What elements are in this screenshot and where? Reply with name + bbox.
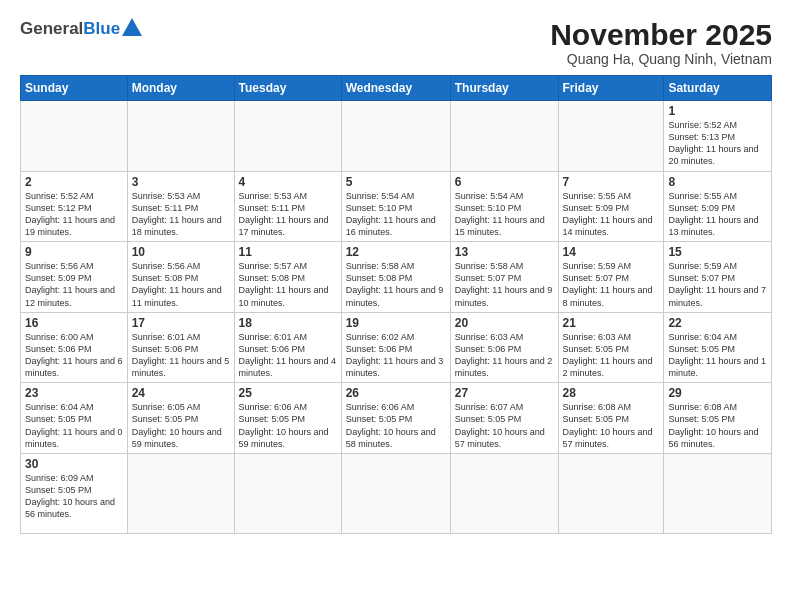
day-info: Sunrise: 5:56 AMSunset: 5:08 PMDaylight:… [132, 260, 230, 309]
table-row [341, 101, 450, 172]
table-row: 15Sunrise: 5:59 AMSunset: 5:07 PMDayligh… [664, 242, 772, 313]
day-number: 14 [563, 245, 660, 259]
day-info: Sunrise: 6:05 AMSunset: 5:05 PMDaylight:… [132, 401, 230, 450]
day-info: Sunrise: 5:52 AMSunset: 5:13 PMDaylight:… [668, 119, 767, 168]
day-number: 3 [132, 175, 230, 189]
table-row [234, 453, 341, 533]
day-number: 9 [25, 245, 123, 259]
day-info: Sunrise: 5:52 AMSunset: 5:12 PMDaylight:… [25, 190, 123, 239]
day-number: 8 [668, 175, 767, 189]
day-number: 24 [132, 386, 230, 400]
table-row: 8Sunrise: 5:55 AMSunset: 5:09 PMDaylight… [664, 171, 772, 242]
logo-general-text: General [20, 19, 83, 39]
day-number: 21 [563, 316, 660, 330]
table-row: 29Sunrise: 6:08 AMSunset: 5:05 PMDayligh… [664, 383, 772, 454]
day-number: 23 [25, 386, 123, 400]
logo-blue-text: Blue [83, 18, 142, 39]
table-row [234, 101, 341, 172]
table-row: 4Sunrise: 5:53 AMSunset: 5:11 PMDaylight… [234, 171, 341, 242]
day-number: 20 [455, 316, 554, 330]
title-block: November 2025 Quang Ha, Quang Ninh, Viet… [550, 18, 772, 67]
day-info: Sunrise: 6:07 AMSunset: 5:05 PMDaylight:… [455, 401, 554, 450]
table-row: 10Sunrise: 5:56 AMSunset: 5:08 PMDayligh… [127, 242, 234, 313]
day-number: 18 [239, 316, 337, 330]
location: Quang Ha, Quang Ninh, Vietnam [550, 51, 772, 67]
weekday-header-row: Sunday Monday Tuesday Wednesday Thursday… [21, 76, 772, 101]
day-info: Sunrise: 5:54 AMSunset: 5:10 PMDaylight:… [346, 190, 446, 239]
table-row: 23Sunrise: 6:04 AMSunset: 5:05 PMDayligh… [21, 383, 128, 454]
day-number: 12 [346, 245, 446, 259]
day-info: Sunrise: 5:57 AMSunset: 5:08 PMDaylight:… [239, 260, 337, 309]
day-info: Sunrise: 5:59 AMSunset: 5:07 PMDaylight:… [563, 260, 660, 309]
day-info: Sunrise: 6:08 AMSunset: 5:05 PMDaylight:… [668, 401, 767, 450]
table-row: 18Sunrise: 6:01 AMSunset: 5:06 PMDayligh… [234, 312, 341, 383]
day-info: Sunrise: 6:06 AMSunset: 5:05 PMDaylight:… [239, 401, 337, 450]
header-thursday: Thursday [450, 76, 558, 101]
day-number: 15 [668, 245, 767, 259]
table-row: 5Sunrise: 5:54 AMSunset: 5:10 PMDaylight… [341, 171, 450, 242]
table-row: 7Sunrise: 5:55 AMSunset: 5:09 PMDaylight… [558, 171, 664, 242]
table-row: 14Sunrise: 5:59 AMSunset: 5:07 PMDayligh… [558, 242, 664, 313]
table-row: 19Sunrise: 6:02 AMSunset: 5:06 PMDayligh… [341, 312, 450, 383]
table-row: 13Sunrise: 5:58 AMSunset: 5:07 PMDayligh… [450, 242, 558, 313]
day-number: 25 [239, 386, 337, 400]
day-number: 27 [455, 386, 554, 400]
table-row: 11Sunrise: 5:57 AMSunset: 5:08 PMDayligh… [234, 242, 341, 313]
logo-triangle-icon [122, 18, 142, 36]
day-number: 10 [132, 245, 230, 259]
day-number: 4 [239, 175, 337, 189]
table-row [558, 453, 664, 533]
day-number: 6 [455, 175, 554, 189]
logo-icon: General Blue [20, 18, 142, 39]
table-row: 28Sunrise: 6:08 AMSunset: 5:05 PMDayligh… [558, 383, 664, 454]
day-info: Sunrise: 5:58 AMSunset: 5:08 PMDaylight:… [346, 260, 446, 309]
table-row [558, 101, 664, 172]
day-info: Sunrise: 5:56 AMSunset: 5:09 PMDaylight:… [25, 260, 123, 309]
day-number: 11 [239, 245, 337, 259]
logo-blue-word: Blue [83, 19, 120, 38]
table-row [127, 453, 234, 533]
table-row: 26Sunrise: 6:06 AMSunset: 5:05 PMDayligh… [341, 383, 450, 454]
day-info: Sunrise: 5:54 AMSunset: 5:10 PMDaylight:… [455, 190, 554, 239]
month-title: November 2025 [550, 18, 772, 51]
day-info: Sunrise: 6:04 AMSunset: 5:05 PMDaylight:… [25, 401, 123, 450]
header-saturday: Saturday [664, 76, 772, 101]
header-sunday: Sunday [21, 76, 128, 101]
day-number: 2 [25, 175, 123, 189]
day-number: 28 [563, 386, 660, 400]
day-number: 7 [563, 175, 660, 189]
day-info: Sunrise: 5:58 AMSunset: 5:07 PMDaylight:… [455, 260, 554, 309]
day-number: 1 [668, 104, 767, 118]
day-number: 17 [132, 316, 230, 330]
table-row [127, 101, 234, 172]
page: General Blue November 2025 Quang Ha, Qua… [0, 0, 792, 612]
calendar-table: Sunday Monday Tuesday Wednesday Thursday… [20, 75, 772, 534]
day-number: 13 [455, 245, 554, 259]
table-row: 16Sunrise: 6:00 AMSunset: 5:06 PMDayligh… [21, 312, 128, 383]
day-info: Sunrise: 6:01 AMSunset: 5:06 PMDaylight:… [239, 331, 337, 380]
table-row: 3Sunrise: 5:53 AMSunset: 5:11 PMDaylight… [127, 171, 234, 242]
table-row: 30Sunrise: 6:09 AMSunset: 5:05 PMDayligh… [21, 453, 128, 533]
table-row: 20Sunrise: 6:03 AMSunset: 5:06 PMDayligh… [450, 312, 558, 383]
table-row: 22Sunrise: 6:04 AMSunset: 5:05 PMDayligh… [664, 312, 772, 383]
day-info: Sunrise: 5:55 AMSunset: 5:09 PMDaylight:… [668, 190, 767, 239]
table-row: 24Sunrise: 6:05 AMSunset: 5:05 PMDayligh… [127, 383, 234, 454]
day-info: Sunrise: 5:59 AMSunset: 5:07 PMDaylight:… [668, 260, 767, 309]
table-row: 21Sunrise: 6:03 AMSunset: 5:05 PMDayligh… [558, 312, 664, 383]
table-row: 17Sunrise: 6:01 AMSunset: 5:06 PMDayligh… [127, 312, 234, 383]
day-number: 22 [668, 316, 767, 330]
table-row: 2Sunrise: 5:52 AMSunset: 5:12 PMDaylight… [21, 171, 128, 242]
table-row: 27Sunrise: 6:07 AMSunset: 5:05 PMDayligh… [450, 383, 558, 454]
day-info: Sunrise: 5:53 AMSunset: 5:11 PMDaylight:… [239, 190, 337, 239]
header-tuesday: Tuesday [234, 76, 341, 101]
day-info: Sunrise: 6:06 AMSunset: 5:05 PMDaylight:… [346, 401, 446, 450]
table-row: 25Sunrise: 6:06 AMSunset: 5:05 PMDayligh… [234, 383, 341, 454]
table-row: 6Sunrise: 5:54 AMSunset: 5:10 PMDaylight… [450, 171, 558, 242]
table-row [450, 453, 558, 533]
day-info: Sunrise: 6:01 AMSunset: 5:06 PMDaylight:… [132, 331, 230, 380]
header-monday: Monday [127, 76, 234, 101]
table-row [341, 453, 450, 533]
table-row: 12Sunrise: 5:58 AMSunset: 5:08 PMDayligh… [341, 242, 450, 313]
day-info: Sunrise: 6:09 AMSunset: 5:05 PMDaylight:… [25, 472, 123, 521]
day-number: 19 [346, 316, 446, 330]
